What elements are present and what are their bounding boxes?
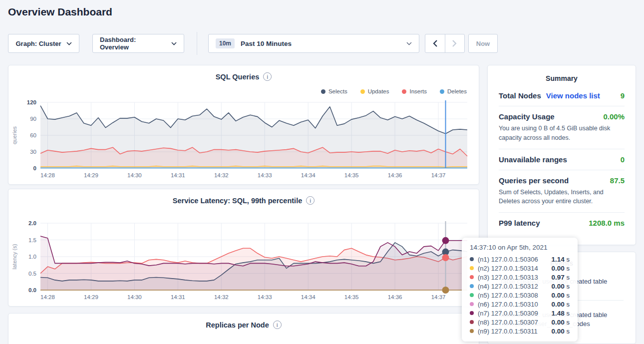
unavailable-ranges-label: Unavailable ranges [499,155,567,164]
tooltip-node-label: (n3) 127.0.0.1:50313 [478,274,538,281]
time-next-button[interactable] [445,34,465,52]
replicas-panel: Replicas per Node i [8,313,479,344]
svg-text:0.0: 0.0 [28,287,36,293]
svg-text:14:37: 14:37 [431,294,446,300]
chevron-down-icon [171,42,177,45]
capacity-label: Capacity Usage [499,112,555,121]
svg-text:queries: queries [11,126,17,144]
svg-text:1.5: 1.5 [28,237,36,243]
graph-selector-dropdown[interactable]: Graph: Cluster [8,34,79,53]
time-range-label: Past 10 Minutes [241,40,292,47]
svg-text:2.0: 2.0 [28,220,36,226]
capacity-desc: You are using 0 B of 4.5 GiB usable disk… [499,124,625,143]
summary-row-capacity: Capacity Usage 0.00% You are using 0 B o… [499,106,625,149]
time-prev-button[interactable] [425,34,445,52]
legend-item-selects[interactable]: Selects [321,88,347,94]
svg-text:90: 90 [30,116,36,122]
series-dot [470,311,474,315]
legend-label: Selects [328,88,347,94]
time-range-dropdown[interactable]: 10m Past 10 Minutes [208,34,419,53]
qps-desc: Sum of Selects, Updates, Inserts, and De… [499,188,625,207]
tooltip-node-value: 0.00 s [552,301,570,308]
latency-chart[interactable]: 0.00.51.01.52.014:2814:2914:3014:3114:32… [8,207,479,307]
svg-text:120: 120 [27,99,36,105]
sql-queries-title: SQL Queries [216,73,260,81]
replicas-title: Replicas per Node [206,321,269,329]
chart-hover-tooltip: 14:37:10 on Apr 5th, 2021 (n1) 127.0.0.1… [462,238,578,342]
tooltip-node-value: 0.97 s [552,274,570,281]
latency-title: Service Latency: SQL, 99th percentile [173,197,303,205]
svg-text:14:33: 14:33 [258,294,272,300]
tooltip-row: (n7) 127.0.0.1:503091.48 s [470,309,570,318]
tooltip-row: (n4) 127.0.0.1:503120.00 s [470,282,570,291]
sql-queries-chart[interactable]: 030609012014:2814:2914:3014:3114:3214:33… [8,98,479,183]
legend-dot [402,89,406,94]
series-dot [470,329,474,333]
capacity-value: 0.00% [603,112,625,121]
series-dot [470,320,474,324]
tooltip-node-label: (n1) 127.0.0.1:50306 [478,256,538,263]
svg-text:14:29: 14:29 [84,172,98,178]
chevron-down-icon [66,42,72,45]
qps-value: 87.5 [610,176,625,185]
info-icon[interactable]: i [306,196,315,205]
svg-text:14:30: 14:30 [127,294,142,300]
total-nodes-label: Total Nodes [499,91,541,100]
svg-text:30: 30 [30,149,36,155]
page-title: Overview Dashboard [8,6,112,18]
tooltip-node-value: 0.00 s [552,328,570,335]
tooltip-node-value: 0.00 s [552,292,570,299]
svg-text:14:30: 14:30 [127,172,142,178]
summary-title: Summary [488,65,636,85]
tooltip-row: (n2) 127.0.0.1:503140.00 s [470,264,570,273]
svg-text:14:32: 14:32 [214,172,229,178]
tooltip-node-value: 1.14 s [552,256,570,263]
dashboard-selector-dropdown[interactable]: Dashboard: Overview [92,34,184,53]
legend-label: Updates [368,88,389,94]
series-dot [470,275,474,279]
series-dot [470,266,474,270]
tooltip-node-label: (n9) 127.0.0.1:50311 [478,328,538,335]
view-nodes-list-link[interactable]: View nodes list [546,91,600,100]
info-icon[interactable]: i [273,321,282,329]
tooltip-node-label: (n4) 127.0.0.1:50312 [478,283,538,290]
legend-item-updates[interactable]: Updates [360,88,389,94]
svg-text:1.0: 1.0 [28,254,36,260]
tooltip-node-value: 0.00 s [552,283,570,290]
svg-text:14:37: 14:37 [431,172,446,178]
controls-divider [197,32,197,55]
chevron-down-icon [406,42,412,45]
sql-queries-panel: SQL Queries i SelectsUpdatesInsertsDelet… [8,65,479,185]
legend-item-deletes[interactable]: Deletes [440,88,467,94]
tooltip-node-label: (n2) 127.0.0.1:50314 [478,265,538,272]
info-icon[interactable]: i [263,72,272,81]
tooltip-node-value: 0.00 s [552,319,570,326]
series-dot [470,293,474,297]
now-button[interactable]: Now [468,34,498,53]
svg-text:0.5: 0.5 [28,271,36,277]
tooltip-node-value: 0.00 s [552,265,570,272]
legend-dot [321,89,325,94]
legend-dot [440,89,444,94]
legend-item-inserts[interactable]: Inserts [402,88,427,94]
svg-text:14:34: 14:34 [301,294,316,300]
time-pager [425,34,465,53]
series-dot [470,302,474,306]
svg-text:14:34: 14:34 [301,172,316,178]
tooltip-row: (n5) 127.0.0.1:503080.00 s [470,291,570,300]
tooltip-row: (n3) 127.0.0.1:503130.97 s [470,273,570,282]
p99-latency-value: 1208.0 ms [589,219,625,227]
summary-panel: Summary Total Nodes View nodes list 9 Ca… [487,65,636,245]
svg-text:60: 60 [30,132,36,138]
tooltip-timestamp: 14:37:10 on Apr 5th, 2021 [470,244,570,251]
svg-text:14:29: 14:29 [84,294,98,300]
qps-label: Queries per second [499,176,569,185]
tooltip-node-label: (n6) 127.0.0.1:50310 [478,301,538,308]
svg-text:14:32: 14:32 [214,294,229,300]
tooltip-node-label: (n5) 127.0.0.1:50308 [478,292,538,299]
series-dot [470,257,474,261]
summary-row-qps: Queries per second 87.5 Sum of Selects, … [499,170,625,213]
summary-row-unavailable: Unavailable ranges 0 [499,149,625,170]
svg-text:latency (s): latency (s) [11,244,17,270]
svg-text:14:28: 14:28 [40,294,55,300]
